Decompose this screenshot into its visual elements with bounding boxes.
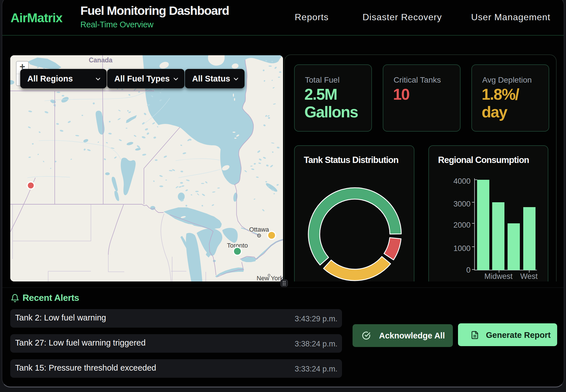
- svg-text:3000: 3000: [453, 200, 471, 208]
- svg-text:0: 0: [466, 266, 471, 274]
- svg-text:West: West: [520, 272, 538, 281]
- svg-text:2000: 2000: [453, 221, 471, 229]
- svg-text:Canada: Canada: [89, 56, 112, 64]
- svg-text:4000: 4000: [453, 177, 471, 185]
- svg-text:Ottawa: Ottawa: [249, 226, 269, 233]
- svg-text:Midwest: Midwest: [484, 272, 513, 281]
- svg-text:1000: 1000: [453, 244, 471, 253]
